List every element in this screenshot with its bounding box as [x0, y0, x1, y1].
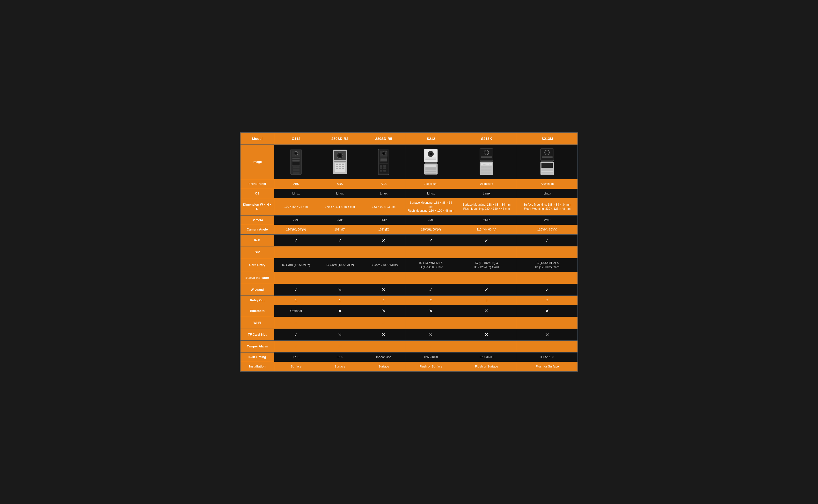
row-label-8: Card Entry	[240, 258, 274, 272]
cell-16-3: IP65/IK08	[405, 353, 456, 362]
cell-9-4: ✓	[456, 272, 517, 284]
cell-6-5: ✓	[517, 234, 578, 246]
cell-4-1: 2MP	[318, 216, 361, 225]
cell-1-0: ABS	[274, 179, 318, 189]
svg-rect-81	[542, 168, 553, 170]
cell-0-5	[517, 145, 578, 179]
cell-8-4: IC (13.56MHz) &ID (125kHz) Card	[456, 258, 517, 272]
svg-rect-65	[485, 166, 488, 168]
svg-rect-26	[339, 168, 341, 169]
cell-5-0: 110°(H), 60°(V)	[274, 225, 318, 234]
header-s213m: S213M	[517, 133, 578, 145]
svg-rect-20	[339, 164, 341, 165]
cell-6-3: ✓	[405, 234, 456, 246]
row-label-15: Tamper Alarm	[240, 341, 274, 353]
svg-rect-44	[383, 170, 386, 172]
cell-11-0: 1	[274, 295, 318, 305]
row-label-1: Front Panel	[240, 179, 274, 189]
cell-2-5: Linux	[517, 189, 578, 198]
cell-8-5: IC (13.56MHz) &ID (125kHz) Card	[517, 258, 578, 272]
svg-rect-80	[542, 163, 552, 167]
cell-14-2: ✕	[362, 329, 405, 341]
cell-2-1: Linux	[318, 189, 361, 198]
table-row-6: PoE✓✓✕✓✓✓	[240, 234, 578, 246]
cell-16-1: IP65	[318, 353, 361, 362]
table-row-15: Tamper Alarm✓✕✕✓✓✓	[240, 341, 578, 353]
svg-rect-35	[380, 158, 387, 158]
cell-9-1: ✕	[318, 272, 361, 284]
cell-16-2: Indoor Use	[362, 353, 405, 362]
svg-rect-39	[380, 165, 382, 167]
row-label-11: Relay Out	[240, 295, 274, 305]
device-image-s212	[423, 149, 440, 175]
cell-12-5: ✕	[517, 305, 578, 317]
cell-15-2: ✕	[362, 341, 405, 353]
table-row-0: Image	[240, 145, 578, 179]
cell-10-3: ✓	[405, 284, 456, 295]
device-image-s213k: * * * * * *	[478, 149, 495, 175]
cell-1-2: ABS	[362, 179, 405, 189]
cell-6-4: ✓	[456, 234, 517, 246]
svg-rect-64	[481, 166, 484, 168]
cell-1-1: ABS	[318, 179, 361, 189]
cell-2-4: Linux	[456, 189, 517, 198]
row-label-13: Wi-Fi	[240, 317, 274, 329]
svg-rect-59	[481, 156, 492, 157]
svg-rect-83	[542, 172, 553, 173]
svg-point-47	[430, 153, 432, 155]
cell-10-1: ✕	[318, 284, 361, 295]
svg-rect-72	[488, 172, 492, 174]
cell-10-2: ✕	[362, 284, 405, 295]
cell-16-4: IP65/IK08	[456, 353, 517, 362]
cell-17-3: Flush or Surface	[405, 362, 456, 371]
row-label-5: Camera Angle	[240, 225, 274, 234]
row-label-14: TF Card Slot	[240, 329, 274, 341]
row-label-4: Camera	[240, 216, 274, 225]
cell-1-3: Aluminum	[405, 179, 456, 189]
row-label-9: Status Indicator	[240, 272, 274, 284]
svg-rect-10	[296, 169, 299, 171]
cell-2-0: Linux	[274, 189, 318, 198]
cell-6-2: ✕	[362, 234, 405, 246]
svg-rect-51	[426, 165, 436, 167]
svg-rect-77	[542, 157, 553, 158]
svg-text:* * * * * *: * * * * * *	[483, 164, 490, 165]
cell-10-4: ✓	[456, 284, 517, 295]
cell-3-4: Surface Mounting: 188 × 88 × 34 mmFlush …	[456, 198, 517, 215]
cell-3-5: Surface Mounting: 188 × 89 × 34 mmFlush …	[517, 198, 578, 215]
svg-rect-41	[380, 167, 382, 169]
table-row-4: Camera2MP2MP2MP2MP2MP2MP	[240, 216, 578, 225]
cell-10-5: ✓	[517, 284, 578, 295]
cell-14-5: ✕	[517, 329, 578, 341]
cell-9-0: ✓	[274, 272, 318, 284]
cell-4-2: 2MP	[362, 216, 405, 225]
cell-15-1: ✕	[318, 341, 361, 353]
cell-13-4: ✕	[456, 317, 517, 329]
svg-rect-55	[426, 173, 436, 174]
cell-17-5: Flush or Surface	[517, 362, 578, 371]
cell-0-0	[274, 145, 318, 179]
table-row-16: IP/IK RatingIP65IP65Indoor UseIP65/IK08I…	[240, 353, 578, 362]
cell-11-4: 3	[456, 295, 517, 305]
svg-point-32	[383, 153, 384, 154]
cell-14-0: ✓	[274, 329, 318, 341]
device-image-280sd-r2	[331, 149, 348, 175]
cell-4-4: 2MP	[456, 216, 517, 225]
cell-0-2	[362, 145, 405, 179]
table-row-1: Front PanelABSABSABSAluminumAluminumAlum…	[240, 179, 578, 189]
svg-rect-21	[342, 164, 344, 165]
cell-3-1: 170.5 × 111 × 38.6 mm	[318, 198, 361, 215]
svg-rect-12	[296, 172, 299, 174]
cell-14-1: ✕	[318, 329, 361, 341]
svg-rect-37	[380, 160, 387, 161]
cell-12-4: ✕	[456, 305, 517, 317]
cell-8-1: IC Card (13.56MHz)	[318, 258, 361, 272]
table-row-13: Wi-FiOptional✕✕✕✕✕	[240, 317, 578, 329]
svg-rect-23	[339, 166, 341, 167]
svg-point-3	[295, 152, 297, 154]
table-row-2: OSLinuxLinuxLinuxLinuxLinuxLinux	[240, 189, 578, 198]
header-280r2: 280SD-R2	[318, 133, 361, 145]
cell-15-4: ✓	[456, 341, 517, 353]
svg-rect-60	[481, 157, 492, 158]
svg-rect-25	[336, 168, 338, 169]
